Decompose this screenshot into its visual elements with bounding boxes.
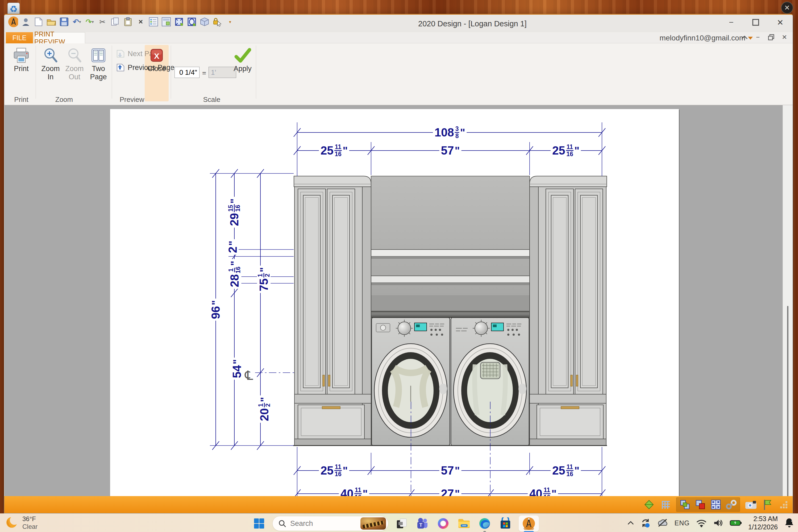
scale-value-input[interactable] [174,67,200,78]
status-align-green-icon[interactable] [679,499,691,510]
copilot-icon[interactable] [436,516,451,531]
sync-status-icon[interactable] [641,518,651,528]
paste-icon[interactable] [123,17,133,27]
tray-time: 2:53 AM [748,515,778,523]
status-3d-icon[interactable] [643,499,655,510]
copy-icon[interactable] [110,17,120,27]
search-box[interactable] [272,516,388,531]
cabinet-door-handle [323,375,324,386]
search-highlight-image[interactable] [360,517,386,530]
svg-text:X: X [154,52,159,60]
dimension-label-b2_center: 27" [439,488,461,497]
close-preview-button[interactable]: X Close [148,48,166,73]
volume-icon[interactable] [713,519,723,527]
svg-text:T: T [419,522,422,528]
microsoft-store-icon[interactable] [498,516,513,531]
close-window-button[interactable]: ✕ [776,18,785,27]
cut-icon[interactable]: ✂ [97,17,108,27]
zoom-in-button[interactable]: Zoom In [39,48,62,81]
redo-icon[interactable]: ↷▾ [84,17,95,27]
ribbon-tab-row: FILE PRINT PREVIEW melodyfinn10@gmail.co… [4,32,793,43]
taskbar: 36°F Clear T [0,513,798,532]
dimension-label-b2_left: 401116" [339,487,369,497]
tab-file[interactable]: FILE [6,32,33,43]
weather-condition: Clear [22,523,38,531]
maximize-button[interactable] [751,18,760,27]
washer-door-handle [439,384,447,394]
minimize-button[interactable]: − [727,18,736,27]
lock-cursor-icon[interactable] [212,17,222,27]
weather-widget[interactable]: 36°F Clear [22,515,38,531]
estimate-icon[interactable] [161,17,171,27]
open-folder-icon[interactable] [46,17,56,27]
select-shape-icon[interactable] [187,17,197,27]
account-menu[interactable]: melodyfinn10@gmail.com [660,34,753,42]
two-page-button[interactable]: Two Page [87,48,110,81]
teams-icon[interactable]: T [415,516,430,531]
onedrive-paused-icon[interactable] [657,518,668,528]
app-status-bar [4,496,793,513]
resize-grip-icon[interactable] [778,499,790,510]
clock[interactable]: 2:53 AM 1/12/2026 [748,515,778,531]
file-explorer-icon[interactable] [456,516,471,531]
doc-close-button[interactable]: ✕ [781,34,788,41]
dimension-label-top_center: 57" [439,145,461,156]
tray-chevron-icon[interactable] [627,520,634,525]
scrollbar-thumb[interactable] [787,306,788,497]
start-button[interactable] [252,516,267,531]
save-icon[interactable] [59,17,69,27]
dimension-label-mid_28: 28116" [228,259,241,289]
edge-icon[interactable] [477,516,492,531]
new-document-icon[interactable] [34,17,44,27]
print-button[interactable]: Print [11,48,32,73]
wall-back [371,176,530,317]
qat-overflow-icon[interactable]: ▾ [225,17,235,27]
account-email: melodyfinn10@gmail.com [660,34,745,42]
notification-bell-icon[interactable]: zz [784,517,794,529]
doc-restore-button[interactable] [768,34,775,41]
delete-icon[interactable]: × [136,17,146,27]
tray-date: 1/12/2026 [748,523,778,531]
task-view-button[interactable] [394,516,409,531]
drawer-handle [561,406,579,409]
status-flag-icon[interactable] [761,499,773,510]
weather-temp: 36°F [22,515,38,523]
properties-list-icon[interactable] [148,17,158,27]
recycle-icon: ♻ [6,4,21,14]
status-camera-icon[interactable] [745,499,757,510]
desktop-corner-close-icon[interactable]: ✕ [781,2,793,14]
status-grid-icon[interactable] [660,499,671,510]
title-bar[interactable]: ↶▾ ↷▾ ✂ × [4,15,793,32]
cube-3d-icon[interactable] [200,17,210,27]
user-icon[interactable] [21,17,31,27]
wifi-icon[interactable] [696,519,707,527]
design-app-taskbar-icon[interactable] [519,515,539,531]
right-tall-cabinet [530,176,607,445]
dimension-label-bot_center: 57" [439,465,461,476]
undo-icon[interactable]: ↶▾ [72,17,82,27]
collapse-ribbon-icon[interactable] [741,34,748,41]
app-window: ↶▾ ↷▾ ✂ × [4,14,793,513]
status-expand-icon[interactable] [710,499,722,510]
transform-icon[interactable] [174,17,184,27]
doc-minimize-button[interactable]: − [754,34,761,41]
dimension-label-counter_54: 54" [231,358,243,380]
app-logo-icon[interactable] [8,17,18,27]
search-input[interactable] [290,519,343,528]
group-label-scale: Scale [190,95,233,104]
countertop [369,311,532,318]
print-preview-area[interactable]: 10838"251116"57"251116"96"291516"2"28116… [4,105,783,497]
apply-button[interactable]: Apply [232,48,253,73]
dimension-label-bot_right: 251116" [551,464,581,477]
dimension-label-upper_29: 291516" [227,197,241,228]
status-align-red-icon[interactable] [695,499,706,510]
language-indicator[interactable]: ENG [674,519,690,527]
search-icon [279,520,286,527]
weather-icon[interactable] [5,515,19,530]
tab-print-preview[interactable]: PRINT PREVIEW [34,32,85,43]
cabinet-door-handle [328,375,330,386]
preview-scrollbar[interactable] [783,105,793,497]
battery-icon[interactable] [730,519,742,527]
desktop: ♻ ✕ ↶▾ ↷▾ [0,0,798,532]
status-link-icon[interactable] [725,499,737,510]
